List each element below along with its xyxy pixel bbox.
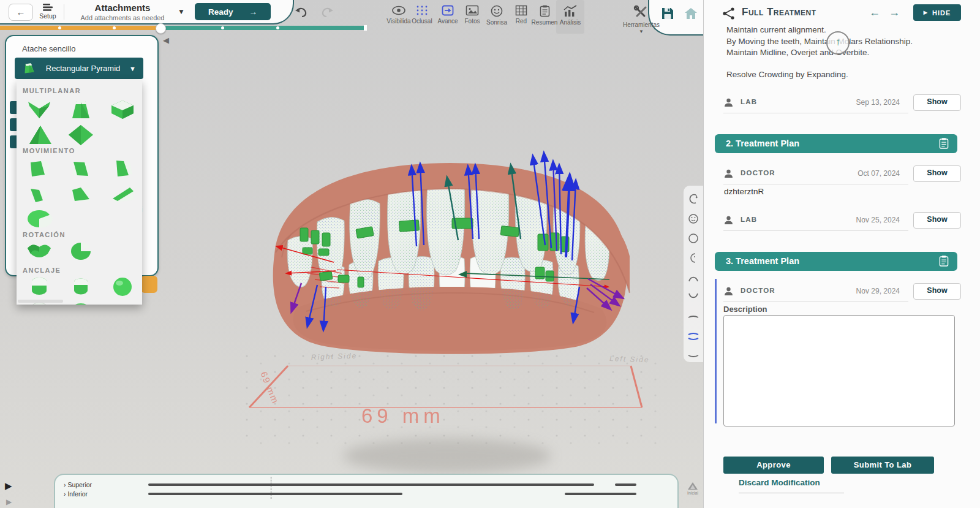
progress-step-dot[interactable]	[113, 26, 116, 29]
progress-end-marker	[364, 25, 367, 31]
undo-button[interactable]	[294, 6, 309, 18]
description-textarea[interactable]	[723, 315, 955, 426]
shape-option-half-cylinder[interactable]	[21, 274, 57, 300]
shape-option-cube-notch[interactable]	[105, 97, 140, 123]
hide-label: HIDE	[932, 9, 951, 17]
occlusal-upper-icon[interactable]	[684, 307, 703, 327]
stage-dropdown-icon[interactable]: ▼	[178, 7, 185, 16]
show-button[interactable]: Show	[913, 165, 961, 182]
approve-button[interactable]: Approve	[723, 457, 824, 474]
shape-option-wedge-b[interactable]	[63, 156, 99, 181]
arrow-up-icon: ↑	[835, 36, 841, 48]
clipboard-icon	[939, 255, 949, 267]
initial-view-button[interactable]: Inicial	[682, 482, 703, 495]
ready-arrow-icon: →	[249, 7, 258, 17]
3d-viewport[interactable]: Right Side Left Side 69 mm 69 mm	[0, 0, 703, 508]
shape-option-round-wedge[interactable]	[21, 205, 57, 231]
show-button[interactable]: Show	[913, 212, 961, 229]
progress-step-dot[interactable]	[58, 26, 61, 29]
hide-panel-button[interactable]: ▶ HIDE	[913, 4, 961, 21]
show-button[interactable]: Show	[913, 283, 961, 300]
smile-view-icon[interactable]	[684, 209, 703, 229]
plan1-lab-row: LAB Sep 13, 2024 Show	[723, 94, 961, 111]
shape-option-half-cylinder-2[interactable]	[63, 274, 99, 300]
save-button[interactable]	[660, 6, 675, 21]
tool-summary[interactable]: Resumen	[530, 5, 559, 26]
lower-arch-icon[interactable]	[684, 287, 703, 307]
progress-current-knob[interactable]	[156, 23, 166, 34]
hidden-orange-button[interactable]	[141, 276, 157, 293]
shape-option-cut-off-2[interactable]	[63, 298, 99, 305]
shape-option-tetrahedron[interactable]	[21, 123, 57, 148]
profile-view-icon[interactable]	[684, 189, 703, 209]
tool-occlusal[interactable]: Oclusal	[408, 5, 436, 25]
inferior-track-segment[interactable]	[565, 493, 636, 495]
home-button[interactable]	[684, 6, 698, 21]
share-icon[interactable]	[722, 7, 736, 20]
discard-modification-link[interactable]: Discard Modification	[739, 478, 844, 493]
timeline-superior-row[interactable]: › Superior	[64, 481, 92, 488]
shape-option-wedge-a[interactable]	[21, 156, 57, 181]
back-button[interactable]: ←	[9, 4, 33, 21]
plan3-header[interactable]: 3. Treatment Plan	[715, 252, 957, 271]
tools-icon	[633, 5, 649, 20]
selected-shape-icon	[21, 61, 37, 76]
eye-icon	[391, 5, 406, 16]
person-icon	[723, 286, 734, 297]
shape-option-wedge-v[interactable]	[21, 97, 57, 123]
description-label: Description	[723, 305, 767, 314]
plan2-header[interactable]: 2. Treatment Plan	[715, 134, 957, 153]
model-shadow	[343, 438, 551, 474]
inferior-track-segment[interactable]	[148, 493, 402, 495]
smiley-icon	[491, 5, 503, 17]
tool-analysis[interactable]: Análisis	[556, 5, 584, 26]
home-icon	[684, 6, 698, 21]
shape-option-wedge-c[interactable]	[105, 156, 140, 181]
tool-herramientas[interactable]: Herramientas ▼	[620, 5, 663, 34]
show-button[interactable]: Show	[913, 94, 961, 111]
clipboard-icon	[939, 137, 949, 150]
upper-arch-icon[interactable]	[684, 268, 703, 287]
frontal-view-icon[interactable]	[684, 229, 703, 248]
person-icon	[723, 169, 734, 179]
play-button[interactable]: ▶	[5, 480, 12, 491]
timeline-inferior-row[interactable]: › Inferior	[64, 490, 88, 498]
shape-dropdown-list[interactable]: MULTIPLANAR MOVIMIENTO	[17, 80, 142, 305]
both-arches-icon[interactable]	[684, 327, 703, 346]
shape-select-dropdown[interactable]: Rectangular Pyramid ▼	[15, 58, 143, 79]
shape-option-diamond[interactable]	[63, 123, 99, 148]
submit-to-lab-button[interactable]: Submit To Lab	[831, 457, 934, 474]
superior-track-segment[interactable]	[615, 483, 636, 486]
shape-option-ramp[interactable]	[105, 181, 140, 207]
scroll-top-button[interactable]: ↑	[826, 31, 850, 55]
next-plan-arrow[interactable]: →	[889, 6, 900, 19]
row-divider	[723, 301, 908, 302]
date-label: Nov 25, 2024	[856, 216, 900, 224]
face-view-icon[interactable]	[684, 248, 703, 268]
progress-step-dot[interactable]	[276, 26, 279, 29]
plan2-lab-row: LAB Nov 25, 2024 Show	[723, 212, 961, 229]
dropdown-scrollbar[interactable]	[18, 300, 63, 303]
selected-shape-label: Rectangular Pyramid	[37, 64, 129, 73]
shape-option-pacman-cylinder[interactable]	[63, 238, 99, 264]
shape-option-wedge-d[interactable]	[21, 181, 57, 207]
dental-model[interactable]	[263, 147, 643, 358]
occlusal-lower-icon[interactable]	[684, 346, 703, 366]
timeline-panel[interactable]: › Superior › Inferior	[54, 474, 679, 508]
ready-button[interactable]: Ready →	[195, 3, 271, 20]
prev-plan-arrow[interactable]: ←	[869, 6, 880, 19]
floor-grid: Right Side Left Side 69 mm	[242, 351, 665, 449]
setup-menu-button[interactable]: Setup	[36, 3, 60, 20]
progress-step-dot[interactable]	[221, 26, 224, 29]
superior-track-segment[interactable]	[148, 483, 594, 486]
shape-option-truncated-pyramid[interactable]	[63, 97, 99, 123]
collapse-panel-icon[interactable]: ◀	[163, 36, 169, 45]
progress-bar-upcoming[interactable]	[160, 26, 366, 30]
redo-button[interactable]	[320, 6, 334, 18]
shape-option-chevron-fold[interactable]	[21, 238, 57, 264]
shape-option-sphere[interactable]	[105, 274, 140, 300]
timeline-cursor[interactable]	[271, 477, 271, 499]
shape-option-block[interactable]	[63, 181, 99, 207]
progress-bar-done[interactable]	[0, 26, 160, 30]
play-button-secondary[interactable]: ▶	[6, 498, 12, 506]
